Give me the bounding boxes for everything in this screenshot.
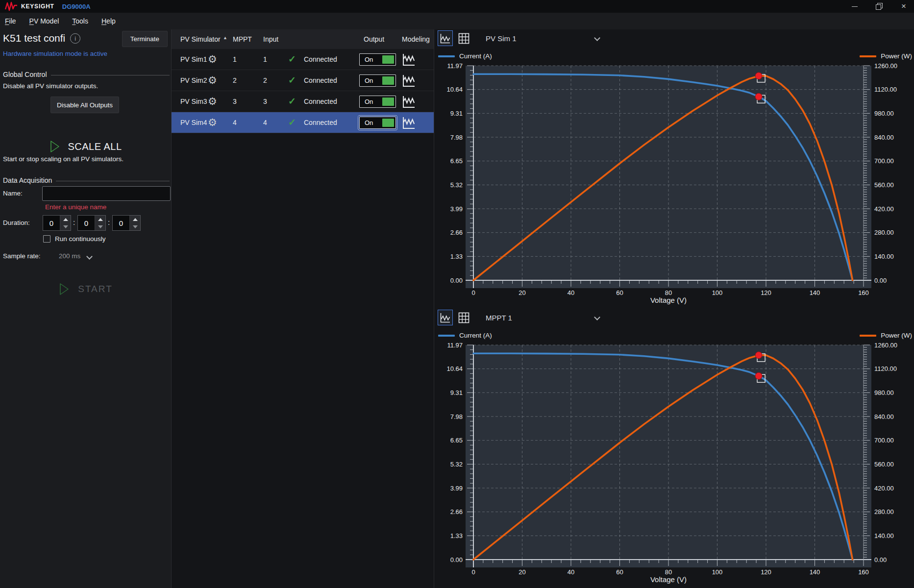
svg-text:9.31: 9.31 xyxy=(450,110,463,117)
start-button[interactable]: START xyxy=(0,282,171,296)
spin-up-button[interactable] xyxy=(60,216,71,223)
modeling-waveform-button[interactable] xyxy=(402,53,415,69)
duration-seconds-stepper[interactable]: 0 xyxy=(112,215,141,231)
spin-up-button[interactable] xyxy=(130,216,140,223)
svg-text:1260.00: 1260.00 xyxy=(874,64,897,70)
mpp-marker[interactable] xyxy=(755,93,762,100)
duration-minutes-value: 0 xyxy=(78,216,95,230)
toggle-state-label: On xyxy=(365,98,373,105)
menu-file[interactable]: File xyxy=(5,17,16,25)
svg-text:560.00: 560.00 xyxy=(874,461,894,468)
column-input[interactable]: Input xyxy=(263,35,278,43)
acquisition-name-input[interactable] xyxy=(42,186,171,201)
svg-text:140: 140 xyxy=(810,568,820,576)
connection-status: Connected xyxy=(304,119,337,126)
output-toggle[interactable]: On xyxy=(359,53,396,66)
gear-icon[interactable]: ⚙ xyxy=(208,53,217,66)
spin-up-button[interactable] xyxy=(95,216,105,223)
gear-icon[interactable]: ⚙ xyxy=(208,95,217,108)
mpp-marker[interactable] xyxy=(755,372,762,379)
gear-icon[interactable]: ⚙ xyxy=(208,116,217,129)
mppt-value: 2 xyxy=(233,76,237,84)
sort-ascending-icon[interactable]: ▲ xyxy=(223,35,227,40)
legend-power-swatch xyxy=(860,55,876,57)
global-control-section: Global Control xyxy=(3,71,170,78)
toggle-knob xyxy=(382,76,394,85)
chart-source-select[interactable]: MPPT 1 xyxy=(486,314,599,322)
duration-minutes-stepper[interactable]: 0 xyxy=(77,215,106,231)
global-control-heading: Global Control xyxy=(3,71,47,78)
svg-text:0.00: 0.00 xyxy=(450,277,463,284)
column-modeling[interactable]: Modeling xyxy=(402,35,430,43)
chevron-down-icon[interactable] xyxy=(86,253,93,260)
svg-text:6.65: 6.65 xyxy=(450,437,463,444)
svg-text:120: 120 xyxy=(761,289,771,296)
output-toggle[interactable]: On xyxy=(359,74,396,87)
column-output[interactable]: Output xyxy=(364,35,384,43)
modeling-waveform-button[interactable] xyxy=(402,116,415,132)
column-pv-simulator[interactable]: PV Simulator xyxy=(180,35,221,43)
svg-text:1120.00: 1120.00 xyxy=(874,365,897,372)
output-toggle[interactable]: On xyxy=(359,96,396,108)
chart-source-select[interactable]: PV Sim 1 xyxy=(486,34,599,43)
line-chart-view-button[interactable] xyxy=(438,30,453,46)
duration-separator: : xyxy=(108,218,110,226)
sample-rate-value[interactable]: 200 ms xyxy=(59,252,80,260)
input-value: 1 xyxy=(263,55,267,63)
legend-power: Power (W) xyxy=(860,52,912,60)
table-row[interactable]: PV Sim1⚙11✓ConnectedOn xyxy=(172,49,434,70)
svg-text:100: 100 xyxy=(712,289,723,296)
menu-pv-model[interactable]: PV Model xyxy=(29,17,59,25)
legend-power-swatch xyxy=(860,335,876,337)
duration-hours-stepper[interactable]: 0 xyxy=(43,215,71,231)
spin-down-button[interactable] xyxy=(130,223,140,230)
disable-all-outputs-button[interactable]: Disable All Outputs xyxy=(50,97,119,113)
modeling-waveform-button[interactable] xyxy=(402,74,415,90)
table-view-button[interactable] xyxy=(456,30,471,46)
svg-text:40: 40 xyxy=(568,568,574,576)
waveform-icon xyxy=(402,95,415,109)
spin-down-button[interactable] xyxy=(95,223,105,230)
svg-text:20: 20 xyxy=(519,568,525,576)
column-mppt[interactable]: MPPT xyxy=(233,35,252,43)
close-button[interactable]: × xyxy=(900,3,907,10)
svg-text:980.00: 980.00 xyxy=(874,389,894,396)
info-icon[interactable]: i xyxy=(70,33,80,44)
chevron-down-icon xyxy=(594,314,600,320)
pv-sim-name: PV Sim1 xyxy=(180,55,207,63)
modeling-waveform-button[interactable] xyxy=(402,95,415,111)
table-row[interactable]: PV Sim4⚙44✓ConnectedOn xyxy=(172,112,434,133)
svg-text:700.00: 700.00 xyxy=(874,157,894,165)
svg-text:1260.00: 1260.00 xyxy=(874,343,897,349)
data-acquisition-heading: Data Acquisition xyxy=(3,176,52,184)
gear-icon[interactable]: ⚙ xyxy=(208,74,217,87)
output-toggle[interactable]: On xyxy=(359,117,396,129)
mpp-marker[interactable] xyxy=(755,352,762,359)
menu-help[interactable]: Help xyxy=(101,17,116,25)
svg-text:0: 0 xyxy=(471,289,475,296)
terminate-button[interactable]: Terminate xyxy=(122,31,168,47)
svg-text:2.66: 2.66 xyxy=(450,508,463,515)
restore-button[interactable] xyxy=(876,3,883,10)
svg-text:60: 60 xyxy=(616,568,623,576)
run-continuously-checkbox[interactable] xyxy=(43,235,50,243)
mppt-iv-power-chart: 0204060801001201401600.001.332.663.995.3… xyxy=(434,343,914,588)
menu-tools[interactable]: Tools xyxy=(72,17,88,25)
spin-down-button[interactable] xyxy=(60,223,71,230)
legend-current-swatch xyxy=(438,55,455,57)
scale-all-button[interactable]: SCALE ALL xyxy=(0,140,171,153)
pv-sim-name: PV Sim4 xyxy=(180,119,207,126)
table-header: PV Simulator ▲ MPPT Input Output Modelin… xyxy=(172,29,434,49)
minimize-button[interactable] xyxy=(851,3,858,10)
line-chart-view-button[interactable] xyxy=(438,310,453,325)
table-row[interactable]: PV Sim3⚙33✓ConnectedOn xyxy=(172,91,434,112)
mpp-marker[interactable] xyxy=(755,73,762,79)
line-chart-icon xyxy=(440,312,451,323)
svg-text:6.65: 6.65 xyxy=(450,157,463,165)
svg-text:10.64: 10.64 xyxy=(446,365,463,372)
table-view-button[interactable] xyxy=(456,310,471,325)
table-row[interactable]: PV Sim2⚙22✓ConnectedOn xyxy=(172,70,434,91)
grid-icon xyxy=(458,312,469,323)
pv-sim-name: PV Sim3 xyxy=(180,98,207,105)
input-value: 3 xyxy=(263,98,267,105)
